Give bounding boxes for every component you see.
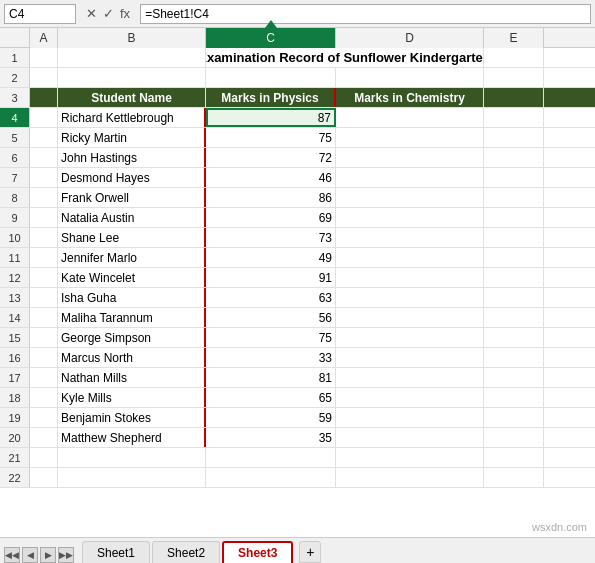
cell-c15[interactable]: 75 — [206, 328, 336, 347]
cell-a2[interactable] — [30, 68, 58, 87]
row-header-16[interactable]: 16 — [0, 348, 30, 367]
cell-b21[interactable] — [58, 448, 206, 467]
cell-e9[interactable] — [484, 208, 544, 227]
col-header-e[interactable]: E — [484, 28, 544, 48]
row-header-14[interactable]: 14 — [0, 308, 30, 327]
cell-b9[interactable]: Natalia Austin — [58, 208, 206, 227]
cell-b3[interactable]: Student Name — [58, 88, 206, 107]
cell-c7[interactable]: 46 — [206, 168, 336, 187]
row-header-1[interactable]: 1 — [0, 48, 30, 67]
cell-d13[interactable] — [336, 288, 484, 307]
cell-a20[interactable] — [30, 428, 58, 447]
cell-d11[interactable] — [336, 248, 484, 267]
col-header-d[interactable]: D — [336, 28, 484, 48]
cell-c2[interactable] — [206, 68, 336, 87]
cell-a7[interactable] — [30, 168, 58, 187]
cell-d17[interactable] — [336, 368, 484, 387]
cell-b2[interactable] — [58, 68, 206, 87]
cell-c16[interactable]: 33 — [206, 348, 336, 367]
cell-d12[interactable] — [336, 268, 484, 287]
cell-d9[interactable] — [336, 208, 484, 227]
cell-d14[interactable] — [336, 308, 484, 327]
cell-e17[interactable] — [484, 368, 544, 387]
cell-c20[interactable]: 35 — [206, 428, 336, 447]
cell-name-box[interactable]: C4 — [4, 4, 76, 24]
cell-d8[interactable] — [336, 188, 484, 207]
cell-a14[interactable] — [30, 308, 58, 327]
cell-d5[interactable] — [336, 128, 484, 147]
tab-first-btn[interactable]: ◀◀ — [4, 547, 20, 563]
row-header-5[interactable]: 5 — [0, 128, 30, 147]
cell-a15[interactable] — [30, 328, 58, 347]
cell-d10[interactable] — [336, 228, 484, 247]
cell-a19[interactable] — [30, 408, 58, 427]
tab-prev-btn[interactable]: ◀ — [22, 547, 38, 563]
row-header-13[interactable]: 13 — [0, 288, 30, 307]
cell-c5[interactable]: 75 — [206, 128, 336, 147]
cell-b20[interactable]: Matthew Shepherd — [58, 428, 206, 447]
cell-a9[interactable] — [30, 208, 58, 227]
cell-e20[interactable] — [484, 428, 544, 447]
cell-a12[interactable] — [30, 268, 58, 287]
cell-e3[interactable] — [484, 88, 544, 107]
cell-e19[interactable] — [484, 408, 544, 427]
cell-a3[interactable] — [30, 88, 58, 107]
row-header-10[interactable]: 10 — [0, 228, 30, 247]
cell-b1[interactable] — [58, 48, 206, 67]
cell-b10[interactable]: Shane Lee — [58, 228, 206, 247]
cell-c9[interactable]: 69 — [206, 208, 336, 227]
cell-a16[interactable] — [30, 348, 58, 367]
confirm-icon[interactable]: ✓ — [101, 6, 116, 21]
cell-c1[interactable]: Examination Record of Sunflower Kinderga… — [206, 48, 484, 67]
cell-d19[interactable] — [336, 408, 484, 427]
row-header-19[interactable]: 19 — [0, 408, 30, 427]
cell-e5[interactable] — [484, 128, 544, 147]
col-header-c[interactable]: C — [206, 28, 336, 48]
cell-d2[interactable] — [336, 68, 484, 87]
cell-d20[interactable] — [336, 428, 484, 447]
cell-a13[interactable] — [30, 288, 58, 307]
row-header-18[interactable]: 18 — [0, 388, 30, 407]
cell-a6[interactable] — [30, 148, 58, 167]
cell-c13[interactable]: 63 — [206, 288, 336, 307]
cell-e4[interactable] — [484, 108, 544, 127]
row-header-9[interactable]: 9 — [0, 208, 30, 227]
cell-c17[interactable]: 81 — [206, 368, 336, 387]
cell-c14[interactable]: 56 — [206, 308, 336, 327]
cell-a4[interactable] — [30, 108, 58, 127]
cell-a5[interactable] — [30, 128, 58, 147]
cell-c6[interactable]: 72 — [206, 148, 336, 167]
cell-e14[interactable] — [484, 308, 544, 327]
cell-c18[interactable]: 65 — [206, 388, 336, 407]
cell-a17[interactable] — [30, 368, 58, 387]
cell-e22[interactable] — [484, 468, 544, 487]
row-header-17[interactable]: 17 — [0, 368, 30, 387]
cell-e1[interactable] — [484, 48, 544, 67]
cell-c4[interactable]: 87 — [206, 108, 336, 127]
cell-c21[interactable] — [206, 448, 336, 467]
cell-e13[interactable] — [484, 288, 544, 307]
cell-c10[interactable]: 73 — [206, 228, 336, 247]
function-icon[interactable]: fx — [118, 6, 132, 21]
cell-b4[interactable]: Richard Kettlebrough — [58, 108, 206, 127]
row-header-12[interactable]: 12 — [0, 268, 30, 287]
col-header-b[interactable]: B — [58, 28, 206, 48]
row-header-8[interactable]: 8 — [0, 188, 30, 207]
add-sheet-button[interactable]: + — [299, 541, 321, 563]
cell-a8[interactable] — [30, 188, 58, 207]
row-header-2[interactable]: 2 — [0, 68, 30, 87]
cell-a22[interactable] — [30, 468, 58, 487]
cell-b22[interactable] — [58, 468, 206, 487]
sheet-tab-sheet1[interactable]: Sheet1 — [82, 541, 150, 563]
row-header-22[interactable]: 22 — [0, 468, 30, 487]
cell-b18[interactable]: Kyle Mills — [58, 388, 206, 407]
cell-a21[interactable] — [30, 448, 58, 467]
sheet-tab-sheet3[interactable]: Sheet3 — [222, 541, 293, 563]
cell-b8[interactable]: Frank Orwell — [58, 188, 206, 207]
row-header-3[interactable]: 3 — [0, 88, 30, 107]
cell-b16[interactable]: Marcus North — [58, 348, 206, 367]
cell-c19[interactable]: 59 — [206, 408, 336, 427]
cell-d21[interactable] — [336, 448, 484, 467]
cell-d4[interactable] — [336, 108, 484, 127]
row-header-15[interactable]: 15 — [0, 328, 30, 347]
